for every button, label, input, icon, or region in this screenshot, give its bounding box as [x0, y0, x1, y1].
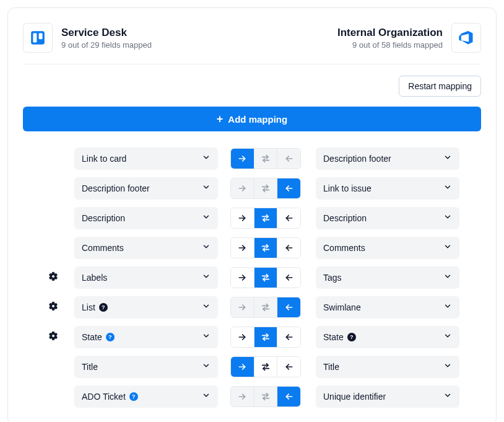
- svg-rect-1: [33, 33, 37, 42]
- right-field-select[interactable]: Description footer: [316, 147, 459, 170]
- info-badge-icon[interactable]: ?: [129, 392, 138, 401]
- direction-left[interactable]: [277, 268, 300, 288]
- field-label: Tags: [323, 273, 342, 283]
- mapping-row: ADO Ticket?Unique identifier: [28, 385, 476, 408]
- left-field-select[interactable]: ADO Ticket?: [74, 385, 218, 408]
- chevron-down-icon: [443, 391, 452, 402]
- mapping-row: CommentsComments: [28, 237, 476, 259]
- right-field-select[interactable]: Title: [316, 356, 459, 378]
- direction-right: [231, 297, 254, 317]
- field-label: Description footer: [82, 183, 150, 193]
- svg-rect-2: [39, 33, 43, 39]
- direction-right[interactable]: [231, 149, 254, 169]
- chevron-down-icon: [202, 272, 211, 283]
- target-title: Internal Organization: [337, 27, 443, 39]
- direction-left[interactable]: [277, 357, 300, 377]
- target-subtitle: 9 out of 58 fields mapped: [337, 40, 443, 50]
- gear-slot: [45, 331, 62, 343]
- direction-toggle: [230, 237, 301, 258]
- field-label: Description: [323, 213, 367, 223]
- direction-left[interactable]: [277, 387, 300, 407]
- direction-both[interactable]: [254, 238, 278, 258]
- field-label: Title: [82, 362, 98, 372]
- direction-right[interactable]: [231, 238, 254, 258]
- add-mapping-button[interactable]: + Add mapping: [23, 107, 481, 131]
- direction-both: [254, 149, 278, 169]
- mapping-row: Link to cardDescription footer: [28, 147, 476, 170]
- chevron-down-icon: [202, 391, 211, 402]
- chevron-down-icon: [443, 272, 452, 283]
- direction-left[interactable]: [277, 327, 300, 347]
- mapping-row: TitleTitle: [28, 356, 476, 378]
- direction-right[interactable]: [231, 268, 254, 288]
- left-field-select[interactable]: Description: [74, 207, 218, 229]
- target-app-header: Internal Organization 9 out of 58 fields…: [337, 23, 481, 53]
- gear-icon[interactable]: [48, 271, 58, 284]
- right-field-select[interactable]: Unique identifier: [316, 385, 459, 408]
- info-badge-icon[interactable]: ?: [99, 303, 108, 312]
- field-label: List: [82, 302, 95, 312]
- direction-toggle: [230, 356, 301, 377]
- right-field-select[interactable]: Comments: [316, 237, 459, 259]
- chevron-down-icon: [202, 183, 211, 194]
- gear-slot: [45, 301, 62, 314]
- field-label: Comments: [82, 243, 124, 253]
- direction-left[interactable]: [277, 208, 300, 228]
- field-label: State: [82, 332, 102, 342]
- right-field-select[interactable]: Link to issue: [316, 177, 459, 200]
- direction-both[interactable]: [254, 327, 278, 347]
- left-field-select[interactable]: Comments: [74, 237, 218, 259]
- azure-devops-icon: [451, 23, 481, 53]
- direction-both: [254, 297, 278, 317]
- right-field-select[interactable]: Description: [316, 207, 459, 229]
- gear-slot: [45, 271, 62, 284]
- direction-left: [277, 149, 300, 169]
- right-field-select[interactable]: State?: [316, 326, 459, 348]
- left-field-select[interactable]: Title: [74, 356, 218, 378]
- chevron-down-icon: [202, 213, 211, 224]
- direction-left[interactable]: [277, 238, 300, 258]
- left-field-select[interactable]: List?: [74, 296, 218, 319]
- restart-mapping-button[interactable]: Restart mapping: [399, 76, 481, 97]
- info-badge-icon[interactable]: ?: [106, 333, 115, 341]
- direction-left[interactable]: [277, 297, 300, 317]
- gear-icon[interactable]: [48, 331, 58, 343]
- chevron-down-icon: [443, 213, 452, 224]
- direction-right[interactable]: [231, 357, 254, 377]
- direction-both[interactable]: [254, 208, 278, 228]
- direction-right[interactable]: [231, 327, 254, 347]
- left-field-select[interactable]: State?: [74, 326, 218, 348]
- chevron-down-icon: [202, 332, 211, 343]
- direction-toggle: [230, 178, 301, 199]
- field-label: Swimlane: [323, 302, 361, 312]
- direction-toggle: [230, 148, 301, 169]
- direction-left[interactable]: [277, 178, 300, 198]
- gear-icon[interactable]: [48, 301, 58, 314]
- mapping-panel: Service Desk 9 out of 29 fields mapped I…: [7, 7, 497, 422]
- left-field-select[interactable]: Link to card: [74, 147, 218, 170]
- header: Service Desk 9 out of 29 fields mapped I…: [23, 23, 481, 64]
- direction-both[interactable]: [254, 268, 278, 288]
- direction-both: [254, 178, 278, 198]
- target-meta: Internal Organization 9 out of 58 fields…: [337, 27, 443, 50]
- right-field-select[interactable]: Swimlane: [316, 296, 459, 319]
- chevron-down-icon: [443, 302, 452, 313]
- left-field-select[interactable]: Description footer: [74, 177, 218, 200]
- direction-right[interactable]: [231, 208, 254, 228]
- direction-both[interactable]: [254, 357, 278, 377]
- plus-icon: +: [217, 113, 224, 125]
- field-label: Comments: [323, 243, 365, 253]
- mapping-row: DescriptionDescription: [28, 207, 476, 229]
- direction-both: [254, 387, 278, 407]
- direction-toggle: [230, 267, 301, 288]
- field-label: State: [323, 332, 344, 342]
- right-field-select[interactable]: Tags: [316, 266, 459, 289]
- mapping-row: LabelsTags: [28, 266, 476, 289]
- direction-toggle: [230, 327, 301, 348]
- chevron-down-icon: [443, 153, 452, 164]
- field-label: Description: [82, 213, 125, 223]
- direction-toggle: [230, 386, 301, 407]
- info-badge-icon[interactable]: ?: [347, 333, 356, 341]
- chevron-down-icon: [443, 183, 452, 194]
- left-field-select[interactable]: Labels: [74, 266, 218, 289]
